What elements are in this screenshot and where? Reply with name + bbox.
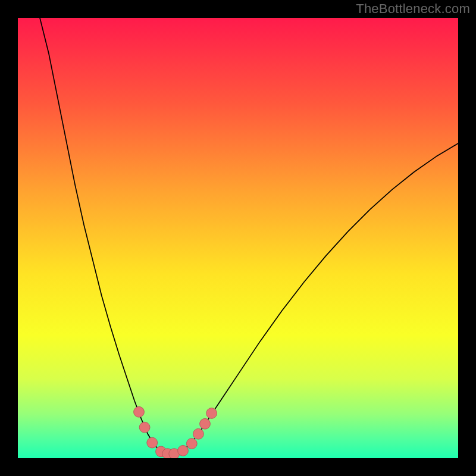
- marker-dot: [206, 408, 217, 419]
- marker-dot: [139, 422, 150, 433]
- plot-area: [18, 18, 458, 458]
- marker-dot: [147, 437, 158, 448]
- marker-dot: [200, 418, 211, 429]
- marker-dot: [193, 428, 204, 439]
- chart-frame: TheBottleneck.com: [0, 0, 476, 476]
- gradient-background: [18, 18, 458, 458]
- marker-dot: [186, 439, 197, 449]
- marker-dot: [178, 446, 189, 456]
- chart-svg: [18, 18, 458, 458]
- marker-dot: [134, 406, 145, 417]
- watermark-text: TheBottleneck.com: [356, 1, 470, 17]
